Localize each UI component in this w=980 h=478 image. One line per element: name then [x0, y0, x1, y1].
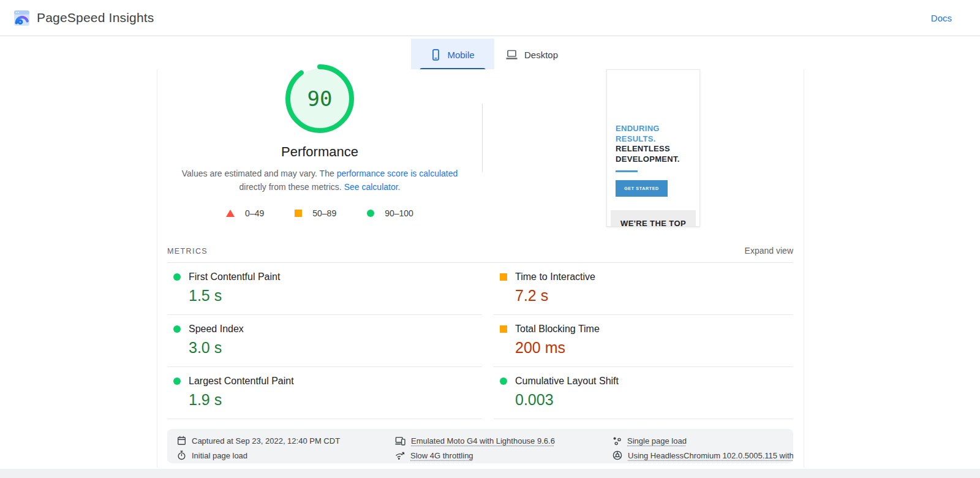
metrics-column-right: Time to Interactive 7.2 s Total Blocking…	[494, 263, 793, 419]
metric-value: 1.5 s	[189, 287, 482, 305]
good-circle-icon	[173, 325, 181, 333]
metric-value: 200 ms	[515, 339, 793, 357]
captured-at-item: Captured at Sep 23, 2022, 12:40 PM CDT	[177, 434, 395, 448]
tab-desktop[interactable]: Desktop	[494, 39, 569, 70]
capture-info-bar: Captured at Sep 23, 2022, 12:40 PM CDT I…	[167, 429, 793, 463]
screenshot-heading: ENDURING	[616, 124, 695, 134]
metric-value: 0.003	[515, 391, 793, 409]
desktop-laptop-icon	[505, 50, 518, 60]
single-page-load-icon	[612, 436, 622, 446]
score-disclaimer: Values are estimated and may vary. The p…	[175, 167, 465, 194]
screenshot-heading: RELENTLESS	[616, 144, 695, 154]
screenshot-heading: DEVELOPMENT.	[616, 154, 695, 165]
score-calc-link[interactable]: performance score is calculated	[337, 169, 458, 178]
legend-label: 0–49	[245, 208, 264, 218]
throttling-text[interactable]: Slow 4G throttling	[410, 451, 473, 460]
initial-page-load-item: Initial page load	[177, 449, 395, 463]
report-card: 90 Performance Values are estimated and …	[157, 69, 804, 468]
emulation-text[interactable]: Emulated Moto G4 with Lighthouse 9.6.6	[411, 436, 555, 446]
browser-item: Using HeadlessChromium 102.0.5005.115 wi…	[612, 449, 793, 463]
performance-category-title: Performance	[157, 144, 482, 160]
browser-text[interactable]: Using HeadlessChromium 102.0.5005.115 wi…	[628, 451, 793, 460]
metric-value: 1.9 s	[189, 391, 482, 409]
good-circle-icon	[173, 377, 181, 385]
legend-item-good: 90–100	[367, 208, 413, 218]
performance-score-value: 90	[284, 63, 355, 134]
metric-label: Cumulative Layout Shift	[515, 376, 619, 387]
poor-triangle-icon	[226, 210, 235, 217]
single-page-load-text[interactable]: Single page load	[627, 436, 687, 446]
metric-time-to-interactive: Time to Interactive 7.2 s	[494, 263, 793, 315]
performance-summary: 90 Performance Values are estimated and …	[157, 63, 482, 218]
metric-value: 3.0 s	[189, 339, 482, 357]
metric-label: Total Blocking Time	[515, 324, 600, 335]
calendar-icon	[177, 436, 186, 446]
average-square-icon	[500, 273, 507, 281]
average-square-icon	[295, 210, 302, 217]
mobile-phone-icon	[431, 49, 441, 61]
score-legend: 0–49 50–89 90–100	[157, 208, 482, 218]
page-title: PageSpeed Insights	[37, 10, 154, 25]
capture-column-2: Emulated Moto G4 with Lighthouse 9.6.6 S…	[395, 433, 612, 463]
pagespeed-logo-icon	[13, 10, 30, 26]
metrics-grid: First Contentful Paint 1.5 s Speed Index…	[167, 263, 793, 419]
legend-label: 50–89	[312, 208, 336, 218]
metric-largest-contentful-paint: Largest Contentful Paint 1.9 s	[167, 367, 482, 419]
performance-score-gauge[interactable]: 90	[284, 63, 355, 134]
screenshot-heading: RESULTS.	[616, 134, 695, 145]
metrics-section-title: METRICS	[167, 247, 208, 256]
screenshot-rule	[616, 170, 638, 172]
disclaimer-text: directly from these metrics.	[239, 182, 344, 192]
capture-column-3: Single page load Using HeadlessChromium …	[612, 433, 793, 463]
page-screenshot-thumbnail: ENDURING RESULTS. RELENTLESS DEVELOPMENT…	[606, 69, 700, 227]
disclaimer-text: Values are estimated and may vary. The	[182, 169, 337, 178]
metric-first-contentful-paint: First Contentful Paint 1.5 s	[167, 263, 482, 315]
metrics-column-left: First Contentful Paint 1.5 s Speed Index…	[167, 263, 482, 419]
metric-label: Speed Index	[189, 324, 244, 335]
good-circle-icon	[367, 210, 374, 217]
see-calculator-link[interactable]: See calculator.	[344, 182, 401, 192]
stopwatch-icon	[177, 450, 186, 460]
good-circle-icon	[500, 377, 507, 385]
network-throttle-icon	[395, 451, 405, 460]
good-circle-icon	[173, 273, 181, 281]
legend-item-average: 50–89	[295, 208, 336, 218]
screenshot-next-section-text: WE'RE THE TOP	[620, 219, 686, 226]
emulation-item: Emulated Moto G4 with Lighthouse 9.6.6	[395, 434, 612, 448]
summary-divider	[482, 104, 483, 172]
app-header: PageSpeed Insights Docs	[0, 0, 980, 36]
docs-link[interactable]: Docs	[931, 0, 952, 36]
screenshot-next-section: WE'RE THE TOP	[611, 210, 696, 226]
screenshot-cta-button: GET STARTED	[616, 180, 668, 197]
expand-view-button[interactable]: Expand view	[745, 246, 793, 256]
metrics-header: METRICS Expand view	[167, 246, 793, 256]
capture-column-1: Captured at Sep 23, 2022, 12:40 PM CDT I…	[177, 433, 395, 463]
metric-cumulative-layout-shift: Cumulative Layout Shift 0.003	[494, 367, 793, 419]
metric-total-blocking-time: Total Blocking Time 200 ms	[494, 315, 793, 367]
throttling-item: Slow 4G throttling	[395, 449, 612, 463]
device-tabbar: Mobile Desktop	[0, 36, 980, 70]
single-page-load-item: Single page load	[612, 434, 793, 448]
average-square-icon	[500, 325, 507, 333]
screenshot-content: ENDURING RESULTS. RELENTLESS DEVELOPMENT…	[607, 70, 699, 197]
chromium-browser-icon	[612, 450, 622, 460]
emulated-device-icon	[395, 436, 405, 446]
tab-desktop-label: Desktop	[524, 50, 558, 60]
initial-page-load-text: Initial page load	[192, 451, 247, 460]
tab-mobile-label: Mobile	[447, 50, 474, 60]
next-section-edge	[0, 469, 980, 478]
metric-label: Largest Contentful Paint	[189, 376, 294, 387]
metric-label: Time to Interactive	[515, 271, 595, 283]
metric-speed-index: Speed Index 3.0 s	[167, 315, 482, 367]
legend-label: 90–100	[385, 208, 413, 218]
metric-value: 7.2 s	[515, 287, 793, 305]
captured-at-text: Captured at Sep 23, 2022, 12:40 PM CDT	[192, 436, 340, 446]
legend-item-poor: 0–49	[226, 208, 264, 218]
metric-label: First Contentful Paint	[189, 271, 280, 283]
